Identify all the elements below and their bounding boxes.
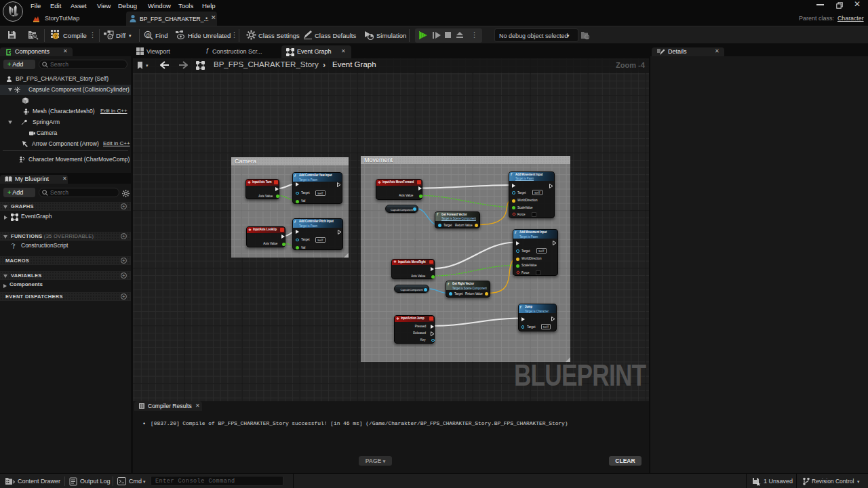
svg-text:@: @	[145, 33, 150, 37]
svg-text:f: f	[13, 243, 16, 250]
svg-text:?: ?	[54, 34, 57, 39]
